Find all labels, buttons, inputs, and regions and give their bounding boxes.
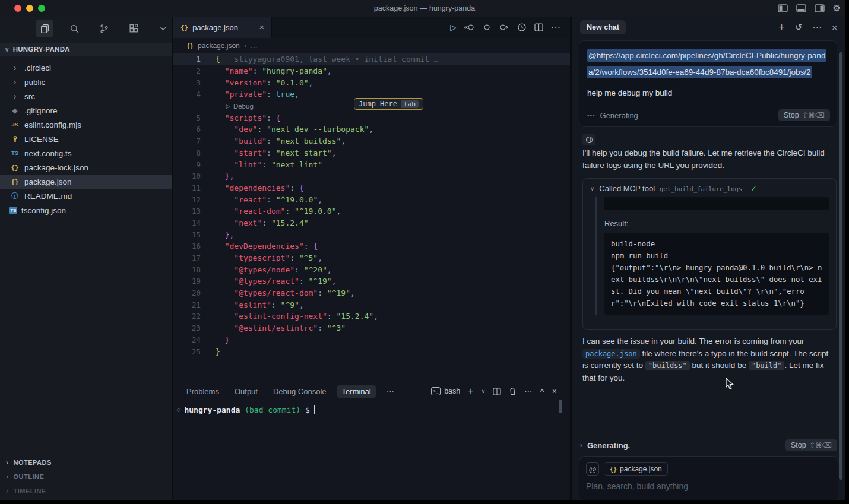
chevron-right-icon: › [6, 458, 9, 467]
code-line-9[interactable]: 9 "lint": "next lint" [173, 159, 570, 170]
run-icon[interactable]: ▷ [450, 23, 457, 32]
code-line-22[interactable]: 22 "eslint-config-next": "15.2.4", [173, 310, 570, 322]
more-terminal-actions-icon[interactable]: ⋯ [524, 387, 532, 396]
collapse-chevron-icon[interactable]: ∨ [590, 185, 594, 192]
tab-package-json[interactable]: {} package.json × [173, 17, 272, 38]
panel-tab-terminal[interactable]: Terminal [337, 385, 376, 398]
success-check-icon: ✓ [750, 184, 757, 193]
more-panel-tabs-icon[interactable]: ⋯ [387, 387, 394, 396]
chat-scrollbar[interactable] [839, 52, 842, 480]
maximize-panel-icon[interactable]: ^ [540, 387, 544, 396]
code-line-25[interactable]: 25} [173, 345, 570, 357]
close-tab-icon[interactable]: × [259, 23, 264, 32]
code-line-12[interactable]: 12 "react": "^19.0.0", [173, 194, 570, 205]
code-line-21[interactable]: 21 "eslint": "^9", [173, 299, 570, 310]
code-line-18[interactable]: 18 "@types/node": "^20", [173, 264, 570, 275]
chat-tab[interactable]: New chat [580, 20, 626, 34]
project-header[interactable]: ∨ HUNGRY-PANDA [0, 43, 172, 56]
next-change-icon[interactable] [499, 23, 509, 31]
kill-terminal-icon[interactable] [509, 387, 517, 395]
split-terminal-icon[interactable] [493, 388, 501, 395]
line-number: 22 [173, 312, 201, 321]
file-item-package-lock-json[interactable]: {}package-lock.json [0, 160, 172, 175]
code-line-14[interactable]: 14 "next": "15.2.4" [173, 217, 570, 229]
panel-tab-debug-console[interactable]: Debug Console [273, 387, 327, 396]
code-line-3[interactable]: 3 "version": "0.1.0", [173, 77, 570, 88]
code-line-20[interactable]: 20 "@types/react-dom": "^19", [173, 287, 570, 299]
search-icon[interactable] [65, 20, 83, 37]
file-label: public [24, 78, 45, 87]
line-number: 16 [173, 242, 201, 251]
code-line-5[interactable]: 5 "scripts": { [173, 112, 570, 123]
pipeline-link[interactable]: @https://app.circleci.com/pipelines/gh/C… [587, 47, 829, 81]
current-change-icon[interactable] [483, 23, 491, 31]
run-history-icon[interactable] [517, 23, 527, 32]
previous-change-icon[interactable] [464, 23, 475, 31]
footer-stop-button[interactable]: Stop ⇧⌘⌫ [785, 439, 837, 451]
tool-params-collapsed[interactable] [604, 197, 829, 210]
shell-chip[interactable]: >_ bash [431, 387, 460, 395]
code-line-23[interactable]: 23 "@eslint/eslintrc": "^3" [173, 322, 570, 334]
chat-input[interactable]: @ {} package.json Plan, search, build an… [579, 456, 838, 503]
extensions-icon[interactable] [125, 20, 142, 37]
context-file-chip[interactable]: {} package.json [604, 462, 668, 476]
panel-tab-problems[interactable]: Problems [186, 387, 219, 396]
explorer-icon[interactable] [36, 20, 53, 37]
chat-more-icon[interactable]: ⋯ [812, 22, 822, 33]
mcp-tool-card[interactable]: ∨ Called MCP tool get_build_failure_logs… [582, 178, 837, 330]
close-chat-icon[interactable]: × [832, 23, 837, 33]
file-item-readme-md[interactable]: ⓘREADME.md [0, 189, 172, 203]
code-line-17[interactable]: 17 "typescript": "^5", [173, 252, 570, 264]
file-item-tsconfig-json[interactable]: TStsconfig.json [0, 203, 172, 217]
code-line-16[interactable]: 16 "devDependencies": { [173, 240, 570, 252]
file-label: next.config.ts [24, 149, 72, 158]
breadcrumb-file[interactable]: package.json [198, 42, 240, 50]
code-line-15[interactable]: 15 }, [173, 229, 570, 240]
code-line-6[interactable]: 6 "dev": "next dev --turbopack", [173, 123, 570, 135]
more-actions-icon[interactable]: ⋯ [551, 22, 560, 33]
file-item-package-json[interactable]: {}package.json [0, 175, 172, 189]
file-item--circleci[interactable]: ›.circleci [0, 61, 172, 75]
panel-tab-output[interactable]: Output [235, 387, 258, 396]
toggle-left-sidebar-icon[interactable] [778, 4, 788, 12]
jump-here-hint[interactable]: Jump Here tab [354, 98, 423, 110]
code-line-2[interactable]: 2 "name": "hungry-panda", [173, 65, 570, 77]
stop-button[interactable]: Stop ⇧⌘⌫ [778, 109, 830, 121]
sidebar-section-timeline[interactable]: ›TIMELINE [0, 484, 172, 498]
code-line-13[interactable]: 13 "react-dom": "^19.0.0", [173, 205, 570, 217]
sidebar-section-outline[interactable]: ›OUTLINE [0, 470, 172, 484]
sidebar-section-notepads[interactable]: ›NOTEPADS [0, 455, 172, 470]
code-line-11[interactable]: 11 "dependencies": { [173, 182, 570, 194]
new-chat-icon[interactable]: + [778, 21, 785, 34]
add-context-button[interactable]: @ [586, 462, 599, 476]
play-icon: ▷ [226, 103, 230, 109]
chevron-down-icon[interactable] [154, 20, 172, 37]
close-panel-icon[interactable]: × [552, 386, 557, 396]
file-item-next-config-ts[interactable]: TSnext.config.ts [0, 146, 172, 160]
file-item-license[interactable]: LICENSE [0, 132, 172, 146]
expand-chevron-icon[interactable]: › [580, 441, 582, 449]
file-item-eslint-config-mjs[interactable]: JSeslint.config.mjs [0, 118, 172, 132]
file-item-public[interactable]: ›public [0, 75, 172, 89]
breadcrumb-more[interactable]: … [251, 42, 258, 50]
breadcrumb[interactable]: {} package.json › … [173, 38, 570, 53]
toggle-right-sidebar-icon[interactable] [815, 4, 825, 12]
code-line-8[interactable]: 8 "start": "next start", [173, 147, 570, 159]
chat-history-icon[interactable]: ↺ [795, 22, 803, 33]
split-editor-icon[interactable] [534, 23, 543, 31]
file-item--gitignore[interactable]: ◈.gitignore [0, 103, 172, 118]
right-letterbox [845, 0, 849, 504]
source-control-icon[interactable] [95, 20, 113, 37]
terminal-scrollbar[interactable] [559, 400, 562, 413]
file-item-src[interactable]: ›src [0, 89, 172, 103]
code-line-19[interactable]: 19 "@types/react": "^19", [173, 275, 570, 287]
code-line-10[interactable]: 10 }, [173, 170, 570, 182]
code-line-7[interactable]: 7 "build": "next buildss", [173, 135, 570, 147]
terminal-dropdown-icon[interactable]: ∨ [481, 388, 486, 394]
settings-gear-icon[interactable]: ⚙ [833, 3, 841, 14]
code-line-24[interactable]: 24 } [173, 334, 570, 346]
code-line-1[interactable]: 1{ stiyyagura0901, last week • initial c… [173, 53, 570, 65]
new-terminal-icon[interactable]: + [468, 386, 473, 397]
toggle-bottom-panel-icon[interactable] [796, 4, 806, 12]
terminal-content[interactable]: ○ hungry-panda (bad_commit) $ [173, 400, 570, 414]
